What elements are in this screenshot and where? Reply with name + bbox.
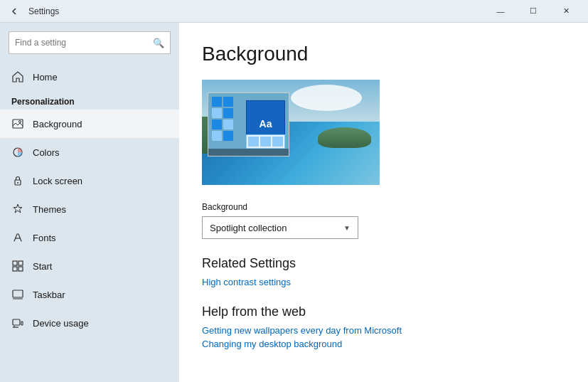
dp-cell <box>223 120 233 129</box>
dp-cell <box>212 120 222 129</box>
sidebar-item-colors-label: Colors <box>33 147 60 158</box>
sidebar-item-colors[interactable]: Colors <box>0 138 179 166</box>
chevron-down-icon: ▼ <box>343 224 351 232</box>
icon-row-1 <box>212 97 233 107</box>
sidebar-item-device-usage-label: Device usage <box>33 318 89 329</box>
title-bar: Settings — ☐ ✕ <box>0 0 588 23</box>
dp-cell <box>223 97 233 107</box>
search-box[interactable]: 🔍 <box>9 31 171 54</box>
sidebar-item-themes-label: Themes <box>33 204 66 215</box>
background-dropdown[interactable]: Spotlight collection ▼ <box>202 216 358 239</box>
back-button[interactable] <box>6 3 23 20</box>
svg-rect-8 <box>18 267 23 271</box>
sidebar-item-start[interactable]: Start <box>0 252 179 280</box>
background-preview: Aa <box>202 80 380 185</box>
sidebar-section-label: Personalization <box>0 91 179 110</box>
title-bar-left: Settings <box>6 3 59 20</box>
background-icon <box>11 117 24 130</box>
help-link-2[interactable]: Changing my desktop background <box>202 339 565 349</box>
close-button[interactable]: ✕ <box>550 0 582 23</box>
dp-cell <box>223 108 233 118</box>
desktop-preview-thumbnail: Aa <box>208 92 289 156</box>
sidebar-item-device-usage[interactable]: Device usage <box>0 309 179 337</box>
fonts-icon <box>11 231 24 244</box>
dp-small-2 <box>260 137 271 147</box>
home-icon <box>11 70 24 83</box>
maximize-button[interactable]: ☐ <box>517 0 550 23</box>
related-settings-title: Related Settings <box>202 256 565 271</box>
search-icon: 🔍 <box>153 38 164 48</box>
svg-rect-6 <box>18 261 23 265</box>
sidebar-item-start-label: Start <box>33 261 52 272</box>
page-title: Background <box>202 43 565 65</box>
icon-row-2 <box>212 108 233 118</box>
help-title: Help from the web <box>202 304 565 319</box>
svg-point-4 <box>17 182 18 184</box>
sidebar-item-themes[interactable]: Themes <box>0 195 179 223</box>
svg-point-1 <box>19 121 21 123</box>
colors-icon <box>11 146 24 159</box>
svg-rect-9 <box>13 290 23 297</box>
dp-taskbar <box>208 149 289 156</box>
sidebar-item-fonts[interactable]: Fonts <box>0 223 179 252</box>
svg-rect-7 <box>13 267 17 271</box>
dp-small-3 <box>272 137 283 147</box>
high-contrast-link[interactable]: High contrast settings <box>202 277 565 287</box>
app-body: 🔍 Home Personalization Background <box>0 23 588 382</box>
taskbar-icon <box>11 288 24 301</box>
sidebar-item-home[interactable]: Home <box>0 63 179 91</box>
svg-rect-11 <box>13 319 20 325</box>
themes-icon <box>11 203 24 216</box>
device-icon <box>11 317 24 329</box>
dp-cell <box>212 97 222 107</box>
sidebar-item-lock-screen[interactable]: Lock screen <box>0 166 179 195</box>
svg-rect-5 <box>13 261 17 265</box>
main-content: Background <box>179 23 588 382</box>
background-form-group: Background Spotlight collection ▼ <box>202 202 565 239</box>
start-icon <box>11 260 24 272</box>
help-link-1[interactable]: Getting new wallpapers every day from Mi… <box>202 325 565 336</box>
icon-row-3 <box>212 120 233 129</box>
background-form-label: Background <box>202 202 565 212</box>
sidebar-item-lock-label: Lock screen <box>33 176 82 186</box>
dp-cell <box>223 131 233 141</box>
sidebar-item-background-label: Background <box>33 119 82 129</box>
sidebar-item-background[interactable]: Background <box>0 110 179 138</box>
desktop-icons <box>212 97 233 141</box>
icon-row-4 <box>212 131 233 141</box>
app-title: Settings <box>28 6 59 16</box>
sidebar: 🔍 Home Personalization Background <box>0 23 179 382</box>
dp-cell <box>212 108 222 118</box>
window-controls: — ☐ ✕ <box>484 0 582 23</box>
minimize-button[interactable]: — <box>484 0 517 23</box>
svg-rect-10 <box>13 298 23 299</box>
preview-island <box>318 127 371 149</box>
search-input[interactable] <box>15 38 149 48</box>
dp-small-1 <box>248 137 259 147</box>
dp-window-bottom <box>246 134 285 149</box>
sidebar-item-taskbar-label: Taskbar <box>33 290 65 300</box>
dropdown-value: Spotlight collection <box>210 223 287 233</box>
dp-aa-label: Aa <box>260 118 272 129</box>
lock-icon <box>11 174 24 187</box>
sidebar-item-home-label: Home <box>33 72 58 83</box>
sidebar-item-fonts-label: Fonts <box>33 233 56 243</box>
dp-cell <box>212 131 222 141</box>
sidebar-item-taskbar[interactable]: Taskbar <box>0 280 179 309</box>
svg-rect-0 <box>13 120 23 128</box>
